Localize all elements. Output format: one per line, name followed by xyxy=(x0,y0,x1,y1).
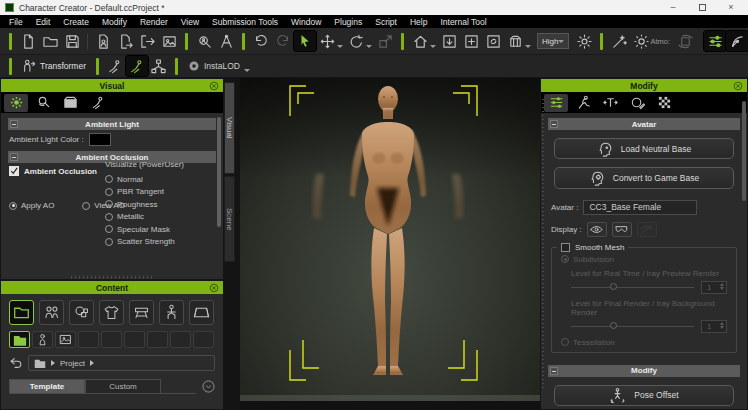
breadcrumb[interactable]: Project xyxy=(28,355,215,371)
chevron-circle-icon[interactable] xyxy=(202,380,215,393)
display-visibility-button[interactable] xyxy=(587,222,607,237)
3d-scene-button[interactable] xyxy=(674,31,696,51)
menu-file[interactable]: File xyxy=(9,17,23,27)
render-farm-button[interactable] xyxy=(726,31,748,51)
tab-lamp[interactable] xyxy=(31,94,55,112)
visual-panel-header[interactable]: Visual xyxy=(1,79,223,92)
frame-import-button[interactable] xyxy=(438,31,460,51)
frame-add-button[interactable] xyxy=(460,31,482,51)
media-button[interactable] xyxy=(158,31,180,51)
spinner-arrows-icon[interactable] xyxy=(720,283,724,290)
section-ambient-light[interactable]: Ambient Light xyxy=(8,118,216,130)
move-tool-dropdown[interactable] xyxy=(337,45,343,48)
section-modify[interactable]: Modify xyxy=(548,365,740,377)
zoom-avatar-button[interactable] xyxy=(193,31,215,51)
camera-view-button[interactable] xyxy=(504,31,526,51)
tab-ambient[interactable] xyxy=(4,94,28,112)
scale-tool-button[interactable] xyxy=(374,31,396,51)
tab-transform[interactable] xyxy=(598,94,622,112)
category-cloth-button[interactable] xyxy=(99,300,124,325)
atmosphere-button[interactable] xyxy=(630,31,652,51)
tab-uv-checker[interactable] xyxy=(652,94,676,112)
pose-offset-button[interactable]: Pose Offset xyxy=(554,385,734,406)
new-project-button[interactable] xyxy=(17,31,39,51)
menu-help[interactable]: Help xyxy=(410,17,427,27)
render-settings-button[interactable] xyxy=(704,31,726,51)
category-stage-button[interactable] xyxy=(189,300,214,325)
section-avatar[interactable]: Avatar xyxy=(548,118,740,130)
camera-view-dropdown[interactable] xyxy=(525,45,531,48)
hierarchy-button[interactable] xyxy=(148,56,170,76)
level-final-spinner[interactable]: 1 xyxy=(701,320,727,333)
close-panel-icon[interactable] xyxy=(733,81,743,91)
menu-script[interactable]: Script xyxy=(375,17,397,27)
frame-refresh-button[interactable] xyxy=(482,31,504,51)
radio-metallic[interactable]: Metallic xyxy=(105,212,184,221)
select-tool-button[interactable] xyxy=(294,31,316,51)
back-arrow-icon[interactable] xyxy=(9,356,23,370)
open-project-button[interactable] xyxy=(39,31,61,51)
category-prop-button[interactable] xyxy=(129,300,154,325)
radio-tessellation[interactable]: Tessellation xyxy=(561,338,731,347)
avatar-name-field[interactable]: CC3_Base Female xyxy=(583,200,697,215)
menu-edit[interactable]: Edit xyxy=(36,17,51,27)
undo-button[interactable] xyxy=(250,31,272,51)
radio-scatter-strength[interactable]: Scatter Strength xyxy=(105,237,184,246)
maximize-button[interactable] xyxy=(690,0,714,15)
ambient-occlusion-checkbox[interactable] xyxy=(9,166,19,176)
menu-modify[interactable]: Modify xyxy=(102,17,127,27)
close-panel-icon[interactable] xyxy=(209,283,219,293)
slider-track[interactable] xyxy=(571,287,694,288)
radio-normal[interactable]: Normal xyxy=(105,175,184,184)
display-mask-button[interactable] xyxy=(612,222,632,237)
import-avatar-button[interactable] xyxy=(92,31,114,51)
edit-pose-button[interactable] xyxy=(104,56,126,76)
content-panel-header[interactable]: Content xyxy=(1,281,223,294)
redo-button[interactable] xyxy=(272,31,294,51)
radio-specular-mask[interactable]: Specular Mask xyxy=(105,225,184,234)
home-camera-button[interactable] xyxy=(409,31,431,51)
rotate-tool-button[interactable] xyxy=(345,31,367,51)
modify-panel-header[interactable]: Modify xyxy=(541,79,747,92)
export-button[interactable] xyxy=(136,31,158,51)
visual-scrollbar[interactable] xyxy=(217,117,221,227)
modify-scrollbar[interactable] xyxy=(742,101,746,201)
menu-submission-tools[interactable]: Submission Tools xyxy=(212,17,278,27)
menu-view[interactable]: View xyxy=(181,17,199,27)
save-project-button[interactable] xyxy=(61,31,83,51)
collapse-minus-icon[interactable] xyxy=(550,120,558,128)
spinner-arrows-icon[interactable] xyxy=(720,322,724,329)
home-camera-dropdown[interactable] xyxy=(430,45,436,48)
collapse-minus-icon[interactable] xyxy=(10,153,18,161)
pose-tool-button[interactable] xyxy=(215,31,237,51)
slider-track[interactable] xyxy=(571,326,694,327)
collapse-minus-icon[interactable] xyxy=(10,120,18,128)
ambient-light-color-swatch[interactable] xyxy=(89,133,111,146)
radio-apply-ao[interactable]: Apply AO xyxy=(9,201,54,210)
close-panel-icon[interactable] xyxy=(209,81,219,91)
radio-pbr-tangent[interactable]: PBR Tangent xyxy=(105,187,184,196)
edit-pose-active-button[interactable] xyxy=(126,56,148,76)
instalod-button[interactable]: InstaLOD xyxy=(183,60,257,72)
panel-drag-grip[interactable] xyxy=(542,99,544,389)
transformer-button[interactable]: Transformer xyxy=(17,59,91,73)
slider-handle[interactable] xyxy=(610,322,617,329)
side-tab-scene[interactable]: Scene xyxy=(224,176,235,262)
tab-shadow-box[interactable] xyxy=(58,94,82,112)
rotate-tool-dropdown[interactable] xyxy=(366,45,372,48)
instalod-dropdown[interactable] xyxy=(244,69,250,72)
menu-plugins[interactable]: Plugins xyxy=(334,17,362,27)
tab-attribute[interactable] xyxy=(544,94,568,112)
tab-pose-visual[interactable] xyxy=(85,94,109,112)
menu-window[interactable]: Window xyxy=(291,17,321,27)
tab-template[interactable]: Template xyxy=(9,379,85,394)
smooth-mesh-checkbox[interactable] xyxy=(561,243,570,252)
display-extra-button[interactable] xyxy=(637,222,657,237)
tab-edit-face[interactable] xyxy=(625,94,649,112)
light-button[interactable] xyxy=(573,31,595,51)
close-button[interactable]: × xyxy=(719,0,743,15)
category-pose-button[interactable] xyxy=(159,300,184,325)
menu-create[interactable]: Create xyxy=(63,17,89,27)
load-neutral-base-button[interactable]: Load Neutral Base xyxy=(554,138,734,159)
subcategory-image-button[interactable] xyxy=(55,331,76,348)
